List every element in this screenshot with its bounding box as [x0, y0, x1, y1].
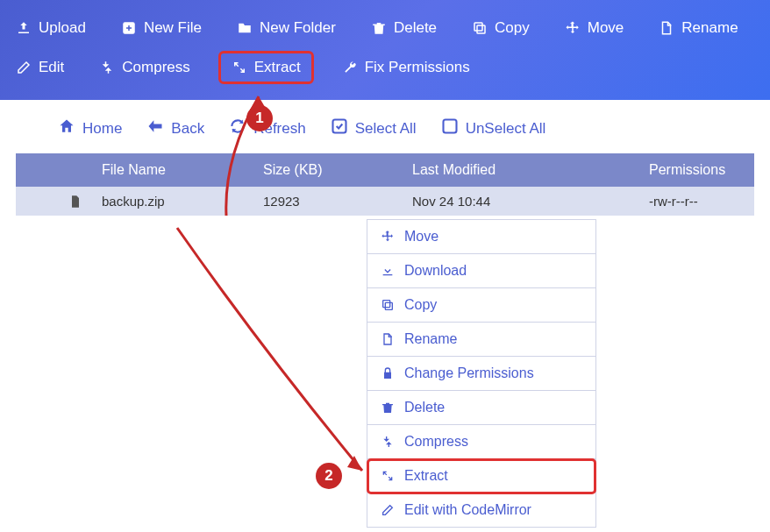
file-type-icon: [68, 195, 88, 209]
file-name-cell: backup.zip: [88, 194, 263, 209]
folder-icon: [237, 20, 253, 36]
trash-icon: [380, 400, 396, 415]
ctx-edit-codemirror[interactable]: Edit with CodeMirror: [367, 493, 595, 527]
wrench-icon: [342, 60, 358, 75]
ctx-extract-label: Extract: [404, 468, 448, 484]
svg-rect-5: [385, 302, 392, 309]
expand-icon: [380, 468, 396, 484]
ctx-change-perm-label: Change Permissions: [404, 365, 534, 381]
svg-marker-8: [347, 456, 362, 471]
refresh-icon: [229, 117, 246, 139]
edit-label: Edit: [39, 59, 64, 76]
ctx-delete-label: Delete: [404, 400, 445, 415]
ctx-compress-label: Compress: [404, 434, 468, 450]
extract-button[interactable]: Extract: [218, 51, 314, 84]
delete-button[interactable]: Delete: [364, 16, 444, 40]
file-size-cell: 12923: [263, 194, 412, 209]
secondary-toolbar: Home Back Refresh Select All UnSelect Al…: [0, 100, 770, 153]
move-button[interactable]: Move: [558, 16, 631, 40]
ctx-move[interactable]: Move: [367, 220, 595, 254]
back-icon: [146, 117, 164, 139]
rename-label: Rename: [681, 19, 738, 37]
extract-label: Extract: [254, 59, 301, 76]
ctx-rename-label: Rename: [404, 331, 457, 347]
check-square-icon: [331, 117, 348, 139]
trash-icon: [371, 20, 387, 36]
col-name-header[interactable]: File Name: [88, 162, 263, 178]
svg-rect-2: [474, 23, 482, 31]
upload-label: Upload: [39, 19, 86, 37]
delete-label: Delete: [394, 19, 437, 37]
ctx-download-label: Download: [404, 263, 467, 279]
new-file-button[interactable]: New File: [114, 16, 209, 40]
new-file-label: New File: [144, 19, 202, 37]
file-modified-cell: Nov 24 10:44: [412, 194, 640, 209]
col-size-header[interactable]: Size (KB): [263, 162, 412, 178]
move-label: Move: [588, 19, 624, 37]
ctx-extract[interactable]: Extract: [367, 459, 595, 493]
ctx-download[interactable]: Download: [367, 254, 595, 288]
home-label: Home: [82, 120, 122, 138]
svg-rect-4: [443, 120, 456, 133]
rename-button[interactable]: Rename: [652, 16, 745, 40]
fix-perm-label: Fix Permissions: [365, 59, 470, 76]
ctx-copy-label: Copy: [404, 297, 437, 313]
col-modified-header[interactable]: Last Modified: [412, 162, 640, 178]
compress-label: Compress: [122, 59, 189, 76]
download-icon: [380, 263, 396, 279]
annotation-2: 2: [316, 463, 342, 489]
edit-icon: [380, 502, 396, 518]
svg-rect-1: [477, 25, 485, 33]
unselect-all-button[interactable]: UnSelect All: [436, 114, 552, 143]
svg-rect-6: [383, 301, 390, 308]
new-folder-label: New Folder: [260, 19, 336, 37]
ctx-delete[interactable]: Delete: [367, 391, 595, 425]
back-button[interactable]: Back: [141, 114, 210, 143]
home-icon: [58, 117, 75, 139]
col-perm-header[interactable]: Permissions: [640, 162, 754, 178]
compress-icon: [380, 434, 396, 450]
upload-icon: [16, 20, 32, 36]
file-table: File Name Size (KB) Last Modified Permis…: [0, 153, 770, 216]
annotation-1: 1: [246, 105, 273, 131]
file-icon: [659, 20, 674, 36]
ctx-compress[interactable]: Compress: [367, 425, 595, 459]
new-folder-button[interactable]: New Folder: [230, 16, 343, 40]
copy-icon: [472, 20, 488, 36]
file-perm-cell: -rw-r--r--: [640, 194, 754, 209]
ctx-move-label: Move: [404, 229, 438, 245]
back-label: Back: [171, 120, 204, 138]
expand-icon: [232, 60, 247, 75]
copy-label: Copy: [495, 19, 530, 37]
upload-button[interactable]: Upload: [9, 16, 93, 40]
fix-permissions-button[interactable]: Fix Permissions: [335, 51, 477, 84]
copy-icon: [380, 297, 396, 313]
main-toolbar: Upload New File New Folder Delete Copy M…: [0, 0, 770, 100]
compress-button[interactable]: Compress: [92, 51, 196, 84]
edit-icon: [16, 60, 32, 75]
table-row[interactable]: backup.zip 12923 Nov 24 10:44 -rw-r--r--: [16, 187, 754, 216]
edit-button[interactable]: Edit: [9, 51, 71, 84]
ctx-copy[interactable]: Copy: [367, 288, 595, 323]
move-icon: [565, 20, 581, 36]
compress-icon: [99, 60, 115, 75]
context-menu: Move Download Copy Rename Change Permiss…: [367, 219, 596, 528]
select-all-button[interactable]: Select All: [325, 114, 422, 143]
ctx-change-permissions[interactable]: Change Permissions: [367, 357, 595, 391]
square-icon: [441, 117, 459, 139]
table-header-row: File Name Size (KB) Last Modified Permis…: [16, 153, 754, 187]
ctx-edit-cm-label: Edit with CodeMirror: [404, 502, 531, 518]
file-icon: [380, 331, 396, 347]
ctx-rename[interactable]: Rename: [367, 323, 595, 357]
select-all-label: Select All: [355, 120, 417, 138]
move-icon: [380, 229, 396, 245]
lock-icon: [380, 365, 396, 381]
unselect-all-label: UnSelect All: [466, 120, 546, 138]
home-button[interactable]: Home: [53, 114, 127, 143]
plus-square-icon: [121, 20, 137, 36]
copy-button[interactable]: Copy: [465, 16, 537, 40]
